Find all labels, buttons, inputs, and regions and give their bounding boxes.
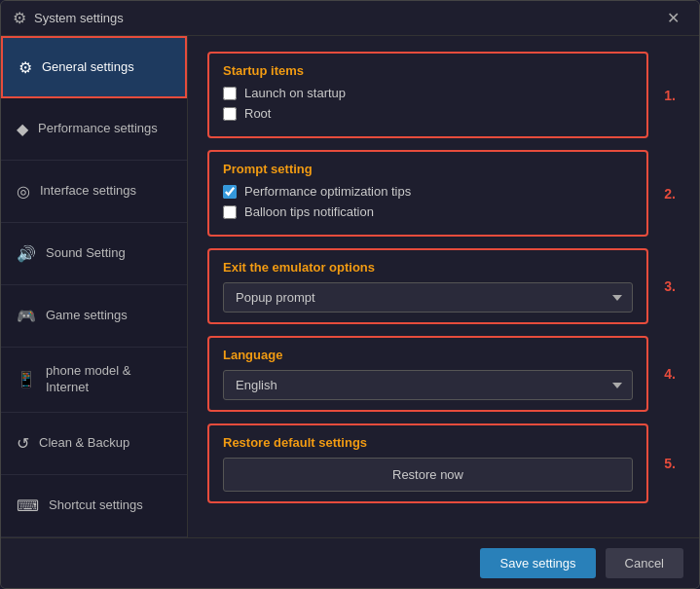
sound-icon: 🔊 (17, 244, 36, 263)
exit-dropdown[interactable]: Popup prompt Exit directly Minimize to t… (223, 282, 633, 313)
titlebar: ⚙ System settings ✕ (1, 1, 699, 36)
sidebar-label-sound: Sound Setting (46, 245, 126, 262)
exit-section: Exit the emulator options Popup prompt E… (207, 248, 648, 324)
section-number-5: 5. (664, 456, 676, 471)
sidebar-item-performance[interactable]: ◆ Performance settings (1, 98, 187, 161)
language-title: Language (223, 348, 633, 362)
perf-tips-checkbox[interactable] (223, 185, 237, 199)
root-label: Root (244, 106, 271, 121)
root-checkbox[interactable] (223, 107, 237, 121)
save-settings-button[interactable]: Save settings (480, 548, 595, 578)
sidebar-item-shortcut[interactable]: ⌨ Shortcut settings (1, 475, 187, 537)
cancel-button[interactable]: Cancel (606, 548, 683, 578)
sidebar-label-phone: phone model & Internet (46, 363, 171, 396)
sidebar-label-interface: Interface settings (40, 183, 136, 200)
root-row: Root (223, 106, 633, 121)
sidebar-label-game: Game settings (46, 308, 128, 324)
startup-title: Startup items (223, 63, 633, 78)
exit-title: Exit the emulator options (223, 260, 633, 275)
section-number-2: 2. (664, 186, 676, 202)
main-content: ⚙ General settings ◆ Performance setting… (1, 36, 699, 537)
general-icon: ⚙ (18, 58, 32, 77)
launch-on-startup-label: Launch on startup (244, 86, 346, 100)
sidebar-item-sound[interactable]: 🔊 Sound Setting (1, 223, 187, 285)
prompt-section: Prompt setting Performance optimization … (207, 150, 648, 237)
footer: Save settings Cancel (1, 537, 699, 588)
content-wrapper: Startup items Launch on startup Root 1. … (207, 52, 680, 503)
sidebar-label-shortcut: Shortcut settings (49, 497, 143, 514)
backup-icon: ↺ (17, 434, 29, 453)
sidebar-item-phone[interactable]: 📱 phone model & Internet (1, 348, 187, 413)
sidebar-item-backup[interactable]: ↺ Clean & Backup (1, 413, 187, 475)
language-section: Language English Chinese Spanish French … (207, 336, 648, 412)
performance-icon: ◆ (17, 120, 28, 138)
content-area: Startup items Launch on startup Root 1. … (188, 36, 699, 537)
prompt-title: Prompt setting (223, 162, 633, 176)
perf-tips-row: Performance optimization tips (223, 184, 633, 199)
balloon-checkbox[interactable] (223, 205, 237, 219)
perf-tips-label: Performance optimization tips (244, 184, 411, 199)
restore-section: Restore default settings Restore now 5. (207, 423, 648, 503)
section-number-1: 1. (664, 88, 676, 103)
window-title: System settings (34, 11, 659, 25)
sidebar-item-game[interactable]: 🎮 Game settings (1, 285, 187, 348)
window-icon: ⚙ (13, 9, 26, 27)
startup-section: Startup items Launch on startup Root 1. (207, 52, 648, 138)
sidebar-item-general[interactable]: ⚙ General settings (1, 36, 187, 98)
shortcut-icon: ⌨ (17, 497, 39, 515)
balloon-row: Balloon tips notification (223, 204, 633, 219)
close-button[interactable]: ✕ (659, 5, 687, 31)
balloon-label: Balloon tips notification (244, 204, 374, 219)
system-settings-window: ⚙ System settings ✕ ⚙ General settings ◆… (0, 0, 700, 589)
restore-now-button[interactable]: Restore now (223, 458, 633, 492)
sidebar-item-interface[interactable]: ◎ Interface settings (1, 161, 187, 223)
sidebar-label-performance: Performance settings (38, 121, 158, 137)
interface-icon: ◎ (17, 182, 30, 201)
game-icon: 🎮 (17, 307, 36, 325)
launch-on-startup-checkbox[interactable] (223, 87, 237, 100)
sidebar-label-backup: Clean & Backup (39, 435, 129, 452)
language-dropdown[interactable]: English Chinese Spanish French German (223, 370, 633, 400)
section-number-3: 3. (664, 278, 676, 294)
sidebar-label-general: General settings (42, 59, 134, 76)
section-number-4: 4. (664, 366, 676, 382)
launch-on-startup-row: Launch on startup (223, 86, 633, 100)
restore-title: Restore default settings (223, 435, 633, 450)
phone-icon: 📱 (17, 370, 36, 388)
sidebar: ⚙ General settings ◆ Performance setting… (1, 36, 188, 537)
